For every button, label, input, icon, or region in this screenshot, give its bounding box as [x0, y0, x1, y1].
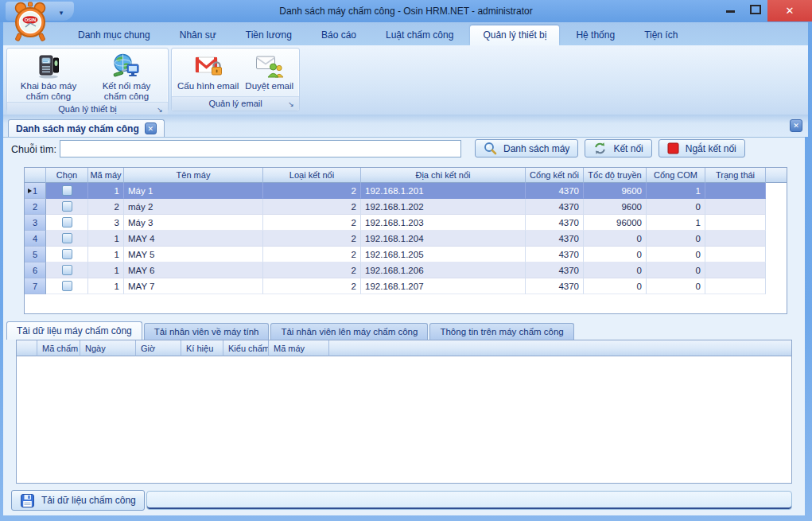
ribbon-group-caption: Quản lý email [208, 99, 262, 108]
ribbon-group-quan-ly-email: Cấu hình emailDuyệt emailQuản lý email [171, 48, 300, 111]
column-header-ten-may[interactable]: Tên máy [124, 168, 263, 183]
close-button[interactable] [767, 0, 812, 21]
tab-close-icon[interactable] [145, 122, 157, 134]
row-header[interactable]: 1 [25, 183, 46, 199]
globe-network-icon [112, 52, 141, 81]
email-browse-icon [255, 52, 284, 81]
documents-close-button[interactable] [790, 119, 802, 132]
ribbon-tab-bao-cao[interactable]: Báo cáo [309, 25, 369, 45]
column-header-ki-hieu[interactable]: Kí hiệu [181, 340, 223, 356]
column-header-ma-may[interactable]: Mã máy [269, 340, 329, 356]
tab-tai-du-lieu-may-cham-cong[interactable]: Tải dữ liệu máy chấm công [6, 321, 142, 340]
tab-tai-nhan-vien-ve-may-tinh[interactable]: Tải nhân viên về máy tính [144, 323, 270, 340]
search-label: Chuỗi tìm: [11, 144, 56, 155]
cell-toc-do: 9600 [584, 183, 647, 199]
row-header[interactable]: 6 [25, 262, 46, 278]
column-header-toc-do-truyen[interactable]: Tốc độ truyền [584, 168, 647, 183]
row-header[interactable]: 7 [25, 278, 46, 294]
cell-cong-ket-noi: 4370 [526, 278, 584, 294]
row-header[interactable]: 2 [25, 199, 46, 215]
checkbox[interactable] [62, 185, 72, 196]
table-row[interactable]: 22máy 22192.168.1.202437096000 [25, 199, 787, 215]
minimize-button[interactable] [718, 0, 743, 17]
table-row[interactable]: 61MAY 62192.168.1.206437000 [25, 262, 787, 278]
ribbon-tab-tien-ich[interactable]: Tiện ích [631, 25, 690, 45]
ribbon-tab-luat-cham-cong[interactable]: Luật chấm công [373, 25, 466, 45]
cell-trang-thai [705, 231, 766, 247]
ribbon-tab-nhan-su[interactable]: Nhân sự [167, 25, 229, 45]
tab-thong-tin-tren-may-cham-cong[interactable]: Thông tin trên máy chấm công [429, 323, 573, 340]
title-bar: Danh sách máy chấm công - Osin HRM.NET -… [0, 0, 812, 22]
app-logo-clock-icon: OSIN [10, 2, 50, 43]
table-row[interactable]: 11Máy 12192.168.1.201437096001 [25, 183, 787, 199]
column-header-cong-ket-noi[interactable]: Cổng kết nối [526, 168, 584, 183]
button-danh-sach-may[interactable]: Danh sách máy [475, 139, 578, 157]
ribbon-tab-strip: Danh mục chungNhân sựTiền lươngBáo cáoLu… [3, 22, 808, 45]
cell-dia-chi: 192.168.1.205 [361, 247, 526, 262]
download-attendance-button[interactable]: Tải dữ liệu chấm công [11, 490, 145, 511]
ribbon-button-cau-hinh-email[interactable]: Cấu hình email [174, 50, 242, 96]
dialog-launcher-icon[interactable] [286, 97, 296, 110]
document-tab-label: Danh sách máy chấm công [16, 123, 139, 134]
cell-toc-do: 9600 [584, 199, 647, 215]
app-window: Danh sách máy chấm công - Osin HRM.NET -… [0, 0, 812, 521]
document-tab-active[interactable]: Danh sách máy chấm công [8, 119, 165, 137]
column-header-chon[interactable]: Chọn [46, 168, 88, 183]
content-panel: Chuỗi tìm: Danh sách máyKết nốiNgắt kết … [3, 137, 805, 515]
table-row[interactable]: 71MAY 72192.168.1.207437000 [25, 278, 787, 294]
svg-text:OSIN: OSIN [25, 17, 37, 22]
maximize-icon [750, 5, 761, 14]
column-header-ngay[interactable]: Ngày [80, 340, 136, 356]
row-header[interactable]: 3 [25, 215, 46, 231]
checkbox[interactable] [62, 265, 72, 275]
ribbon-tab-quan-ly-thiet-bi[interactable]: Quản lý thiết bị [470, 25, 559, 45]
ribbon-button-khai-bao-may-cham-cong[interactable]: Khai báo máy chấm công [10, 50, 87, 102]
save-icon [20, 493, 35, 508]
cell-trang-thai [705, 262, 766, 278]
ribbon-tab-danh-muc-chung[interactable]: Danh mục chung [65, 25, 163, 45]
cell-cong-ket-noi: 4370 [526, 199, 584, 215]
column-header-kieu-cham[interactable]: Kiểu chấm [223, 340, 269, 356]
cell-toc-do: 96000 [584, 215, 647, 231]
column-header-cong-com[interactable]: Cổng COM [647, 168, 705, 183]
table-row[interactable]: 33Máy 32192.168.1.2034370960001 [25, 215, 787, 231]
cell-ma-may: 1 [88, 247, 124, 262]
ribbon-tab-he-thong[interactable]: Hệ thống [563, 25, 627, 45]
table-row[interactable]: 41MAY 42192.168.1.204437000 [25, 231, 787, 247]
document-tab-strip: Danh sách máy chấm công [3, 115, 808, 137]
row-header[interactable]: 4 [25, 231, 46, 247]
checkbox[interactable] [62, 233, 72, 243]
maximize-button[interactable] [743, 0, 767, 17]
ribbon-button-duyet-email[interactable]: Duyệt email [242, 50, 297, 96]
column-header-trang-thai[interactable]: Trạng thái [705, 168, 766, 183]
checkbox[interactable] [62, 249, 72, 259]
ribbon-button-ket-noi-may-cham-cong[interactable]: Kết nối máy chấm công [87, 50, 165, 102]
ribbon-tab-tien-luong[interactable]: Tiền lương [233, 25, 305, 45]
search-input[interactable] [60, 140, 461, 157]
ribbon-group-quan-ly-thiet-bi: Khai báo máy chấm côngKết nối máy chấm c… [6, 48, 169, 111]
cell-chon [46, 231, 88, 247]
checkbox[interactable] [62, 201, 72, 212]
cell-cong-com: 0 [647, 231, 705, 247]
cell-cong-com: 0 [647, 199, 705, 215]
column-header-gio[interactable]: Giờ [136, 340, 181, 356]
column-header-dia-chi-ket-noi[interactable]: Địa chi kết nối [361, 168, 526, 183]
email-config-icon [194, 52, 223, 81]
checkbox[interactable] [62, 281, 72, 291]
dialog-launcher-icon[interactable] [155, 103, 165, 115]
column-header-ma-may[interactable]: Mã máy [88, 168, 124, 183]
row-header[interactable]: 5 [25, 247, 46, 262]
cell-trang-thai [705, 278, 766, 294]
tab-tai-nhan-vien-len-may-cham-cong[interactable]: Tải nhân viên lên máy chấm công [270, 323, 428, 340]
column-header-ma-cham-c[interactable]: Mã chấm c... [37, 340, 80, 356]
column-header-loai-ket-noi[interactable]: Loại kết nối [263, 168, 361, 183]
button-ket-noi[interactable]: Kết nối [585, 139, 651, 157]
button-ngat-ket-noi[interactable]: Ngắt kết nối [659, 139, 745, 157]
checkbox[interactable] [62, 217, 72, 227]
cell-ma-may: 1 [88, 278, 124, 294]
cell-chon [46, 262, 88, 278]
cell-trang-thai [705, 183, 766, 199]
table-row[interactable]: 51MAY 52192.168.1.205437000 [25, 247, 787, 262]
cell-ten-may: MAY 7 [124, 278, 263, 294]
cell-toc-do: 0 [584, 278, 647, 294]
